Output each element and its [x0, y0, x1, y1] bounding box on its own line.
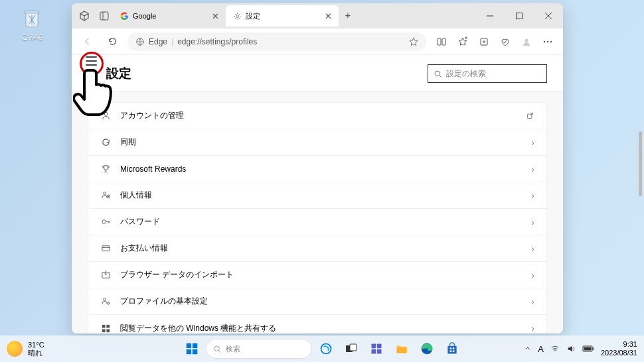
svg-line-22 [440, 75, 442, 77]
task-view-icon[interactable] [340, 337, 362, 360]
svg-rect-58 [592, 347, 594, 350]
store-icon[interactable] [441, 337, 463, 360]
settings-row[interactable]: 閲覧データを他の Windows 機能と共有する› [88, 315, 546, 333]
taskbar: 31°C 晴れ 検索 A 9:31 2023/08/31 [0, 335, 644, 362]
svg-rect-46 [372, 344, 376, 349]
svg-rect-49 [377, 349, 382, 354]
settings-row[interactable]: 同期› [88, 129, 546, 156]
svg-point-41 [214, 346, 219, 351]
back-button[interactable] [77, 32, 97, 52]
settings-row[interactable]: アカウントの管理 [88, 103, 546, 129]
svg-rect-55 [450, 351, 452, 353]
chevron-right-icon: › [531, 217, 534, 227]
battery-icon[interactable] [582, 345, 594, 353]
svg-rect-39 [187, 349, 191, 354]
reload-button[interactable] [102, 32, 122, 52]
page-content: 設定 設定の検索 アカウントの管理同期›Microsoft Rewards›個人… [72, 55, 563, 333]
explorer-icon[interactable] [390, 337, 413, 360]
row-label: 同期 [120, 137, 136, 148]
svg-point-32 [107, 302, 109, 304]
hamburger-menu-button[interactable] [86, 56, 97, 68]
settings-row[interactable]: プロファイルの基本設定› [88, 288, 546, 315]
navigation-toolbar: Edge | edge://settings/profiles [72, 29, 563, 55]
svg-rect-37 [187, 343, 191, 348]
person-icon [100, 111, 111, 121]
profile-button[interactable] [517, 32, 536, 52]
desktop-recycle-bin[interactable]: ごみ箱 [19, 7, 45, 42]
workspaces-button[interactable] [78, 10, 90, 22]
address-bar[interactable]: Edge | edge://settings/profiles [127, 32, 426, 51]
svg-point-25 [103, 192, 106, 195]
tab-label: 設定 [246, 11, 260, 21]
search-icon [434, 70, 442, 78]
row-label: プロファイルの基本設定 [120, 296, 208, 307]
profile-icon [100, 190, 111, 201]
row-label: Microsoft Rewards [120, 164, 186, 174]
windows-icon [100, 323, 111, 333]
svg-point-19 [547, 40, 548, 42]
svg-rect-45 [350, 344, 357, 351]
svg-point-20 [550, 40, 552, 42]
chevron-right-icon: › [531, 243, 534, 254]
edge-icon[interactable] [416, 337, 438, 360]
card-icon [100, 243, 111, 254]
tab-close-icon[interactable]: ✕ [325, 11, 332, 21]
collections-button[interactable] [474, 32, 494, 52]
volume-icon[interactable] [566, 344, 576, 353]
svg-point-17 [525, 38, 528, 42]
settings-row[interactable]: パスワード› [88, 209, 546, 235]
chevron-right-icon: › [531, 190, 534, 201]
svg-rect-28 [102, 246, 109, 251]
import-icon [100, 270, 111, 280]
browser-essentials-button[interactable] [495, 32, 515, 52]
svg-rect-40 [193, 349, 197, 354]
more-button[interactable] [538, 32, 558, 52]
address-separator: | [171, 37, 173, 46]
row-label: お支払い情報 [120, 243, 168, 254]
taskbar-clock[interactable]: 9:31 2023/08/31 [601, 340, 637, 357]
gear-icon [100, 296, 111, 307]
start-button[interactable] [181, 337, 203, 360]
search-icon [213, 345, 222, 353]
row-label: ブラウザー データのインポート [120, 269, 234, 280]
tab-settings[interactable]: 設定 ✕ [226, 5, 339, 27]
titlebar: Google ✕ 設定 ✕ + [72, 3, 563, 29]
svg-point-27 [102, 220, 106, 224]
copilot-icon[interactable] [315, 337, 337, 360]
tab-google[interactable]: Google ✕ [113, 5, 226, 27]
clock-date: 2023/08/31 [601, 349, 637, 357]
settings-row[interactable]: お支払い情報› [88, 235, 546, 262]
settings-search[interactable]: 設定の検索 [428, 64, 547, 83]
row-label: アカウントの管理 [120, 110, 184, 121]
window-close[interactable] [534, 3, 563, 29]
tab-close-icon[interactable]: ✕ [212, 11, 219, 21]
vertical-tabs-button[interactable] [98, 10, 110, 22]
sync-icon [100, 137, 111, 148]
sun-icon [7, 341, 23, 357]
svg-rect-35 [102, 329, 105, 332]
clock-time: 9:31 [601, 340, 637, 349]
tray-chevron-icon[interactable] [524, 345, 531, 352]
svg-rect-34 [106, 324, 110, 328]
browser-window: Google ✕ 設定 ✕ + Edge | edge://settings/p… [72, 3, 563, 333]
chevron-right-icon: › [531, 137, 534, 148]
favorite-star-icon[interactable] [409, 37, 418, 46]
ime-indicator[interactable]: A [538, 344, 544, 354]
new-tab-button[interactable]: + [339, 5, 357, 24]
google-favicon-icon [120, 11, 129, 21]
vertical-scrollbar[interactable] [639, 131, 642, 196]
settings-row[interactable]: ブラウザー データのインポート› [88, 262, 546, 288]
taskbar-weather[interactable]: 31°C 晴れ [7, 341, 44, 357]
key-icon [100, 217, 111, 227]
settings-row[interactable]: 個人情報› [88, 182, 546, 209]
recycle-bin-icon [19, 7, 45, 30]
widgets-icon[interactable] [365, 337, 388, 360]
window-minimize[interactable] [475, 3, 505, 29]
settings-row[interactable]: Microsoft Rewards› [88, 156, 546, 182]
taskbar-search[interactable]: 検索 [206, 339, 312, 359]
favorites-button[interactable] [453, 32, 473, 52]
split-screen-button[interactable] [432, 32, 451, 52]
address-url: edge://settings/profiles [177, 37, 257, 46]
wifi-icon[interactable] [550, 344, 560, 353]
window-maximize[interactable] [505, 3, 534, 29]
